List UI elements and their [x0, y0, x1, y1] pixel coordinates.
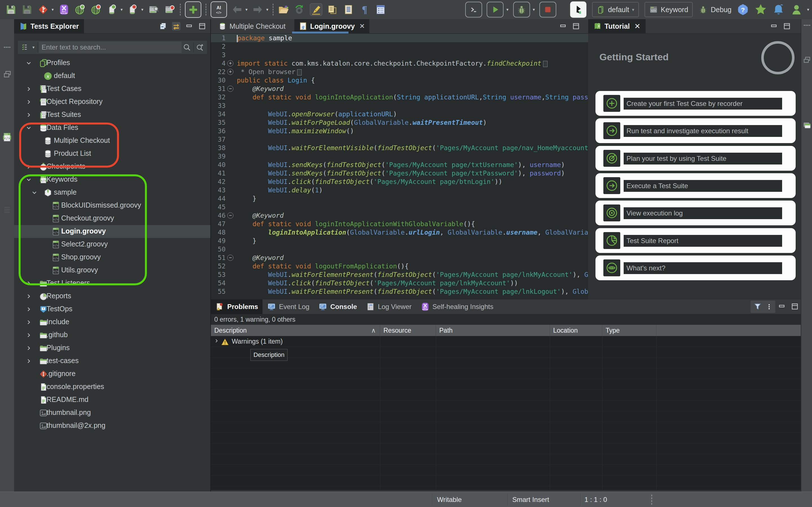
dropdown-caret-icon[interactable]: ▾	[52, 7, 54, 12]
chevron-right-icon[interactable]	[26, 280, 32, 287]
dropdown-caret-icon[interactable]: ▾	[266, 7, 268, 12]
tree-item-include[interactable]: Include	[14, 316, 210, 329]
chevron-right-icon[interactable]	[26, 358, 32, 364]
tree-item-checkpoints[interactable]: Checkpoints	[14, 160, 210, 173]
outline-button[interactable]	[375, 4, 387, 15]
minimize-icon[interactable]	[777, 302, 786, 311]
tree-item-thumbnail-2x-png[interactable]: thumbnail@2x.png	[14, 419, 210, 432]
minimize-icon[interactable]	[185, 22, 193, 31]
tree-item-profiles[interactable]: Profiles	[14, 57, 210, 69]
tree-item-test-cases[interactable]: Test Cases	[14, 82, 210, 96]
tree-item-default[interactable]: xdefault	[14, 69, 210, 82]
chevron-right-icon[interactable]	[26, 306, 32, 313]
tutorial-card-3[interactable]: Execute a Test Suite	[596, 173, 796, 198]
column-header-description[interactable]: Description∧	[211, 325, 380, 336]
tree-item--gitignore[interactable]: .gitignore	[14, 368, 210, 381]
tab-event-log[interactable]: Event Log	[262, 299, 314, 314]
close-icon[interactable]: ✕	[359, 22, 365, 30]
tree-item-reports[interactable]: Reports	[14, 290, 210, 303]
tree-item-shop-groovy[interactable]: </>Shop.groovy	[14, 251, 210, 264]
minimize-icon[interactable]	[559, 22, 567, 31]
tree-item-thumbnail-png[interactable]: thumbnail.png	[14, 406, 210, 419]
user-avatar[interactable]	[790, 3, 803, 16]
terminal-button[interactable]	[465, 2, 482, 17]
tree-item-console-properties[interactable]: console.properties	[14, 381, 210, 393]
panel-drag-handle-icon[interactable]	[2, 44, 12, 51]
object-spy-button[interactable]	[148, 4, 160, 15]
new-item-button[interactable]	[185, 1, 201, 18]
save-button[interactable]	[5, 4, 17, 15]
source-list-button[interactable]	[343, 4, 354, 15]
tree-item-readme-md[interactable]: README.md	[14, 393, 210, 406]
filter-icon[interactable]	[753, 302, 762, 311]
column-header-location[interactable]: Location	[550, 325, 602, 336]
list-panel-icon[interactable]	[2, 205, 12, 215]
git-button[interactable]	[37, 4, 49, 15]
column-header-type[interactable]: Type	[602, 325, 656, 336]
view-menu-icon[interactable]	[766, 302, 772, 311]
back-button[interactable]	[231, 4, 243, 15]
record-mobile-button[interactable]	[90, 4, 102, 15]
tree-item-multiple-checkout[interactable]: Multiple Checkout	[14, 134, 210, 147]
search-input[interactable]	[39, 42, 182, 53]
chevron-right-icon[interactable]	[26, 293, 32, 300]
build-button[interactable]	[294, 4, 306, 15]
help-button[interactable]: ?	[737, 4, 749, 15]
chevron-right-icon[interactable]	[26, 163, 32, 170]
chevron-right-icon[interactable]	[26, 112, 32, 118]
close-icon[interactable]: ✕	[635, 22, 641, 31]
dropdown-caret-icon[interactable]: ▾	[121, 7, 123, 12]
fold-minus-icon[interactable]: −	[227, 255, 234, 261]
tutorial-card-1[interactable]: Run test and investigate execution resul…	[596, 118, 796, 143]
tree-item-checkout-groovy[interactable]: </>Checkout.groovy	[14, 212, 210, 225]
tab-tests-explorer[interactable]: Tests Explorer	[14, 19, 84, 33]
tutorial-card-0[interactable]: Create your first Test Case by recorder	[596, 91, 796, 116]
tree-item-data-files[interactable]: Data Files	[14, 121, 210, 134]
column-header-resource[interactable]: Resource	[380, 325, 436, 336]
tutorial-card-2[interactable]: Plan your test by using Test Suite	[596, 146, 796, 171]
chevron-down-icon[interactable]	[26, 176, 32, 183]
save-all-button[interactable]	[21, 4, 33, 15]
folded-region-box[interactable]	[543, 61, 548, 67]
stop-button[interactable]	[539, 2, 556, 17]
self-healing-button[interactable]: SELF-HEALING	[58, 4, 70, 15]
chevron-down-icon[interactable]	[31, 189, 38, 196]
tree-item-test-cases[interactable]: test-cases	[14, 355, 210, 368]
format-button[interactable]	[310, 3, 322, 16]
chevron-right-icon[interactable]	[26, 332, 32, 339]
chevron-right-icon[interactable]	[26, 319, 32, 326]
fold-plus-icon[interactable]: +	[227, 60, 234, 66]
tree-item-test-suites[interactable]: Test Suites	[14, 108, 210, 121]
tree-item-blockuidismissed-groovy[interactable]: </>BlockUIDismissed.groovy	[14, 199, 210, 212]
tree-item-select2-groovy[interactable]: </>Select2.groovy	[14, 238, 210, 251]
maximize-icon[interactable]	[783, 22, 791, 31]
restore-panel-icon[interactable]	[803, 56, 811, 64]
ai-assistant-button[interactable]: AI</>	[211, 1, 227, 18]
folded-region-box[interactable]	[297, 69, 302, 75]
chevron-right-icon[interactable]	[26, 99, 32, 105]
debug-mode-item[interactable]: Debug	[698, 5, 732, 14]
search-icon[interactable]	[183, 43, 191, 52]
spy-mobile-button[interactable]	[127, 4, 139, 15]
link-with-editor-icon[interactable]	[172, 22, 181, 31]
forward-button[interactable]	[252, 4, 264, 15]
editor-tab-1[interactable]: gLogin.groovy✕	[294, 19, 369, 33]
dropdown-caret-icon[interactable]: ▾	[246, 7, 248, 12]
tab-self-healing-insights[interactable]: SELF-HEALINGSelf-healing Insights	[416, 299, 498, 314]
panel-drag-handle-icon[interactable]	[802, 22, 811, 29]
restore-panel-icon[interactable]	[3, 70, 12, 79]
tree-item-utils-groovy[interactable]: </>Utils.groovy	[14, 264, 210, 277]
tree-item-sample[interactable]: sample	[14, 186, 210, 199]
chevron-right-icon[interactable]	[26, 345, 32, 351]
favorites-button[interactable]	[755, 3, 767, 16]
tree-item-keywords[interactable]: </>Keywords	[14, 173, 210, 186]
tree-item-product-list[interactable]: Product List	[14, 147, 210, 160]
fold-minus-icon[interactable]: −	[227, 212, 234, 219]
keywords-panel-icon[interactable]: </>	[2, 132, 12, 143]
chevron-down-icon[interactable]	[26, 124, 32, 131]
maximize-icon[interactable]	[198, 22, 206, 31]
warnings-group-row[interactable]: Warnings (1 item)	[211, 336, 801, 347]
tree-item-testops[interactable]: TTestOps	[14, 303, 210, 316]
maximize-icon[interactable]	[572, 22, 580, 31]
collapse-all-icon[interactable]	[159, 22, 167, 31]
